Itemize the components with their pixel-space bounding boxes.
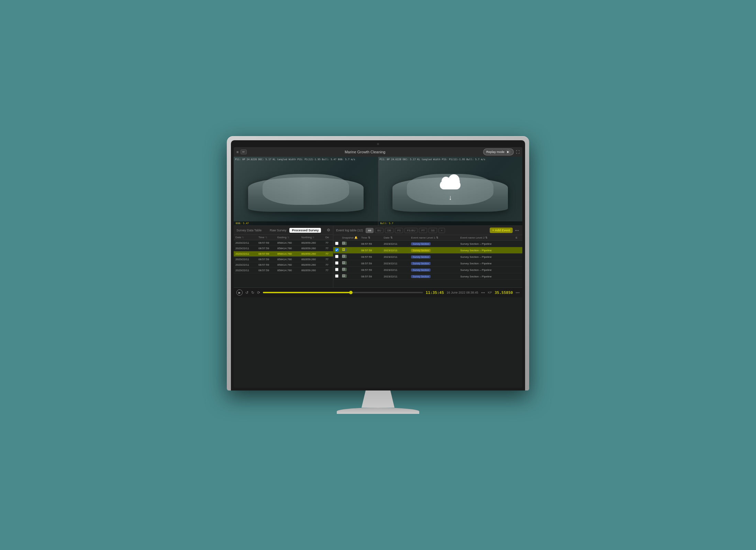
forward-icon[interactable]: ↻	[251, 290, 254, 295]
list-item[interactable]: 08:57:59 2023/22/11 Survey Section Surve…	[333, 254, 522, 260]
cell-level1: Survey Section	[409, 260, 458, 267]
col-date: Date ⇅	[382, 235, 410, 241]
monitor-bezel: ≡ ✏ Marine Growth Cleaning Replay mode ▶…	[227, 136, 529, 390]
cell-e	[514, 267, 522, 273]
table-row[interactable]: 2023/22/11 08:57:59 858414.760 892659.26…	[234, 246, 333, 251]
cell-dep: 77	[324, 257, 333, 262]
edit-button[interactable]: ✏	[241, 150, 247, 154]
table-row[interactable]: 2023/22/11 08:57:59 858414.760 892659.26…	[234, 251, 333, 257]
top-bar: ≡ ✏ Marine Growth Cleaning Replay mode ▶…	[234, 147, 522, 157]
progress-knob[interactable]	[349, 291, 353, 294]
play-button[interactable]: ▶	[236, 289, 243, 296]
cell-date: 2023/22/11	[382, 247, 410, 254]
menu-icon[interactable]: ≡	[236, 150, 238, 154]
survey-data-table: Date ⇅ Time ⇅ Easting ⇅ Northing ⇅ De 20…	[234, 235, 333, 287]
cell-time: 08:57:59	[359, 247, 382, 254]
cell-date: 2023/22/11	[234, 268, 257, 273]
event-log-header: Event log table (12) All BU DB FS FS-BU …	[333, 226, 522, 235]
cell-date: 2023/22/11	[382, 260, 410, 267]
cell-date: 2023/22/11	[382, 241, 410, 247]
cell-e	[514, 247, 522, 254]
col-easting: Easting ⇅	[276, 235, 300, 240]
filter-fs-bu[interactable]: FS-BU	[404, 228, 418, 233]
cell-checkbox[interactable]	[333, 273, 340, 280]
cell-time: 08:57:59	[359, 260, 382, 267]
col-snapshot: Snapshot 🔔	[340, 235, 359, 241]
cell-snapshot	[340, 247, 359, 254]
cell-e	[514, 241, 522, 247]
cell-level2: Survey Section – Pipeline	[458, 241, 514, 247]
filter-add[interactable]: +	[438, 228, 445, 233]
cell-level2: Survey Section – Pipeline	[458, 260, 514, 267]
col-e: E	[514, 235, 522, 241]
list-item[interactable]: 08:57:59 2023/22/11 Survey Section Surve…	[333, 247, 522, 254]
cell-snapshot	[340, 267, 359, 273]
list-item[interactable]: 08:57:59 2023/22/11 Survey Section Surve…	[333, 273, 522, 280]
cell-time: 08:57:59	[359, 267, 382, 273]
list-item[interactable]: 08:57:59 2023/22/11 Survey Section Surve…	[333, 260, 522, 267]
table-row[interactable]: 2023/22/11 08:57:59 858414.760 892659.26…	[234, 262, 333, 268]
replay-mode-button[interactable]: Replay mode ▶	[483, 148, 514, 155]
table-row[interactable]: 2023/22/11 08:57:59 858414.760 892659.26…	[234, 240, 333, 246]
filter-ft[interactable]: FT	[419, 228, 427, 233]
cell-dep: 77	[324, 246, 333, 251]
survey-data-header: Survey Data Table Raw Survey Processed S…	[234, 226, 333, 235]
filter-ss[interactable]: SS	[429, 228, 437, 233]
cell-time: 08:57:59	[359, 241, 382, 247]
cell-time: 08:57:59	[257, 240, 276, 246]
tab-raw-survey[interactable]: Raw Survey	[267, 228, 289, 233]
settings-icon[interactable]: ⚙	[327, 228, 330, 232]
cell-e	[514, 254, 522, 260]
table-row[interactable]: 2023/22/11 08:57:59 858414.760 892659.26…	[234, 268, 333, 273]
cell-level2: Survey Section – Pipeline	[458, 273, 514, 280]
survey-data-title: Survey Data Table	[236, 229, 262, 232]
add-event-button[interactable]: + Add Event	[490, 228, 513, 233]
filter-all[interactable]: All	[366, 228, 374, 233]
kp-more-icon[interactable]: •••	[515, 290, 520, 295]
cell-date: 2023/22/11	[234, 262, 257, 268]
cell-checkbox[interactable]	[333, 254, 340, 260]
filter-db[interactable]: DB	[385, 228, 393, 233]
cell-checkbox[interactable]	[333, 241, 340, 247]
cell-date: 2023/22/11	[382, 254, 410, 260]
cell-e	[514, 273, 522, 280]
cell-northing: 892659.260	[300, 268, 324, 273]
list-item[interactable]: 08:57:59 2023/22/11 Survey Section Surve…	[333, 267, 522, 273]
cell-time: 08:57:59	[257, 257, 276, 262]
snapshot-icon	[342, 242, 347, 245]
cell-northing: 892659.260	[300, 262, 324, 268]
loop-icon[interactable]: ⟳	[257, 290, 260, 295]
list-item[interactable]: 08:57:59 2023/22/11 Survey Section Surve…	[333, 241, 522, 247]
download-arrow-icon: ↓	[448, 194, 452, 201]
cell-snapshot	[340, 241, 359, 247]
playback-more-icon[interactable]: •••	[481, 290, 485, 295]
cell-snapshot	[340, 273, 359, 280]
video-area: P11: 0P 24.6228 DEC: 5.17 KL tangled Wid…	[234, 157, 522, 226]
cell-dep: 77	[324, 240, 333, 246]
video-panel-right: ↓ P11: 0P 24.6228 DEC: 5.17 KL tangled W…	[378, 157, 523, 226]
filter-bu[interactable]: BU	[375, 228, 383, 233]
cell-easting: 858414.760	[276, 268, 300, 273]
cell-checkbox[interactable]	[333, 247, 340, 254]
hud-text-left: P11: 0P 24.6228 DEC: 5.17 KL tangled Wid…	[235, 158, 355, 162]
tab-processed-survey[interactable]: Processed Survey	[289, 228, 321, 233]
filter-fs[interactable]: FS	[395, 228, 403, 233]
cell-level2: Survey Section – Pipeline	[458, 254, 514, 260]
snapshot-icon	[342, 255, 347, 258]
rewind-icon[interactable]: ↺	[245, 290, 248, 295]
screen: ≡ ✏ Marine Growth Cleaning Replay mode ▶…	[234, 147, 522, 388]
more-options-icon[interactable]: •••	[514, 228, 520, 232]
progress-bar[interactable]	[263, 292, 423, 293]
cell-northing: 892659.260	[300, 246, 324, 251]
progress-fill	[263, 292, 351, 293]
cell-easting: 858414.760	[276, 257, 300, 262]
col-event-level1: Event name Level 1 ⇅	[409, 235, 458, 241]
monitor-neck	[357, 390, 399, 408]
cell-checkbox[interactable]	[333, 267, 340, 273]
table-row[interactable]: 2023/22/11 08:57:59 858414.760 892659.26…	[234, 257, 333, 262]
cell-checkbox[interactable]	[333, 260, 340, 267]
kp-label: KP	[488, 291, 492, 294]
fullscreen-icon[interactable]: ⛶	[516, 150, 520, 154]
cell-northing: 892659.260	[300, 251, 324, 257]
cell-northing: 892659.260	[300, 240, 324, 246]
